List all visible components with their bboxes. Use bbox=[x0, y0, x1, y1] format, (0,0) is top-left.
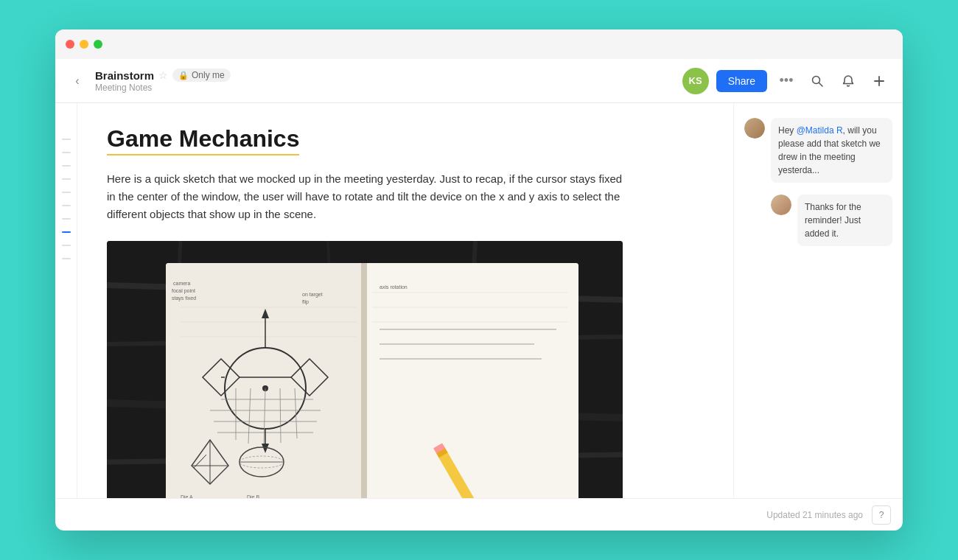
sidebar-line bbox=[62, 245, 71, 246]
bell-icon bbox=[842, 74, 855, 88]
notifications-button[interactable] bbox=[836, 69, 860, 93]
updated-timestamp: Updated 21 minutes ago bbox=[766, 510, 863, 520]
svg-text:Die A: Die A bbox=[181, 494, 193, 498]
sidebar-line bbox=[62, 218, 71, 220]
lock-icon: 🔒 bbox=[178, 71, 189, 80]
svg-text:camera: camera bbox=[173, 281, 190, 286]
editor[interactable]: Game Mechanics Here is a quick sketch th… bbox=[77, 103, 733, 498]
breadcrumb-top: Brainstorm ☆ 🔒 Only me bbox=[95, 69, 231, 82]
sidebar-line bbox=[62, 165, 71, 167]
svg-text:on target: on target bbox=[302, 292, 323, 298]
sidebar-line bbox=[62, 139, 71, 140]
right-sidebar: Hey @Matilda R, will you please add that… bbox=[733, 103, 903, 498]
privacy-label: Only me bbox=[192, 70, 225, 80]
svg-rect-15 bbox=[367, 263, 578, 498]
app-window: ‹ Brainstorm ☆ 🔒 Only me Meeting Notes K… bbox=[55, 29, 903, 531]
svg-text:flip: flip bbox=[302, 299, 309, 305]
titlebar bbox=[55, 29, 903, 59]
document-image: camera focal point stays fixed on target… bbox=[107, 241, 623, 498]
comment-bubble-2: Thanks for the reminder! Just added it. bbox=[797, 195, 892, 246]
bottom-bar: Updated 21 minutes ago ? bbox=[55, 498, 903, 531]
star-icon[interactable]: ☆ bbox=[158, 69, 168, 81]
close-button[interactable] bbox=[66, 40, 74, 49]
breadcrumb-title: Brainstorm bbox=[95, 69, 154, 82]
search-icon bbox=[811, 74, 824, 88]
avatar-image-2 bbox=[771, 195, 791, 215]
avatar-initials: KS bbox=[689, 75, 702, 86]
sidebar-line-active bbox=[62, 231, 71, 233]
sidebar-line bbox=[62, 192, 71, 193]
plus-icon bbox=[873, 74, 886, 88]
navbar: ‹ Brainstorm ☆ 🔒 Only me Meeting Notes K… bbox=[55, 59, 903, 103]
breadcrumb: Brainstorm ☆ 🔒 Only me Meeting Notes bbox=[95, 69, 231, 93]
comment-mention: @Matilda R bbox=[797, 125, 843, 136]
document-body: Here is a quick sketch that we mocked up… bbox=[107, 170, 623, 223]
help-button[interactable]: ? bbox=[872, 505, 891, 525]
search-button[interactable] bbox=[805, 69, 829, 93]
content-area: Game Mechanics Here is a quick sketch th… bbox=[55, 103, 903, 498]
comment-text-before: Hey bbox=[778, 125, 797, 136]
back-button[interactable]: ‹ bbox=[67, 71, 88, 91]
document-title: Game Mechanics bbox=[107, 125, 299, 155]
sketch-svg: camera focal point stays fixed on target… bbox=[107, 241, 623, 498]
svg-text:axis rotation: axis rotation bbox=[380, 284, 408, 290]
svg-text:Die B: Die B bbox=[247, 494, 259, 498]
comment-thread-1: Hey @Matilda R, will you please add that… bbox=[744, 118, 892, 183]
avatar-image-1 bbox=[744, 118, 765, 139]
avatar[interactable]: KS bbox=[682, 68, 709, 94]
svg-text:stays fixed: stays fixed bbox=[172, 295, 196, 301]
sidebar-line bbox=[62, 152, 71, 153]
breadcrumb-subtitle: Meeting Notes bbox=[95, 83, 231, 93]
svg-line-1 bbox=[819, 83, 823, 86]
minimize-button[interactable] bbox=[80, 40, 88, 49]
comment-bubble-1: Hey @Matilda R, will you please add that… bbox=[771, 118, 892, 183]
comment-thread-2: Thanks for the reminder! Just added it. bbox=[771, 195, 892, 246]
add-button[interactable] bbox=[867, 69, 891, 93]
share-button[interactable]: Share bbox=[716, 70, 767, 92]
maximize-button[interactable] bbox=[94, 40, 102, 49]
privacy-badge[interactable]: 🔒 Only me bbox=[172, 69, 231, 82]
commenter-avatar-2 bbox=[771, 195, 791, 215]
sidebar-line bbox=[62, 178, 71, 180]
left-sidebar bbox=[55, 103, 77, 498]
sidebar-line bbox=[62, 205, 71, 206]
sidebar-line bbox=[62, 258, 71, 259]
svg-text:focal point: focal point bbox=[172, 288, 195, 294]
commenter-avatar-1 bbox=[744, 118, 765, 139]
svg-rect-13 bbox=[361, 263, 367, 498]
more-button[interactable]: ••• bbox=[775, 69, 798, 93]
